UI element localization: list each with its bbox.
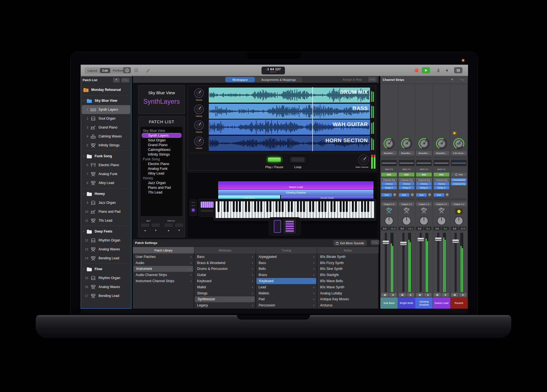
volume-readout[interactable]: -9.4 (424, 227, 431, 230)
display-set-funk-song[interactable]: Funk Song (142, 157, 181, 161)
assign-map-button[interactable]: Assign & Map (343, 78, 362, 81)
track-volume-knob[interactable] (189, 119, 209, 131)
loop-button[interactable] (289, 156, 307, 164)
keyboard-keys[interactable] (215, 201, 374, 219)
layer-band-sweet-lead[interactable]: Sweet Lead (218, 182, 373, 189)
midi-fx-slot[interactable]: MIDI FX (434, 168, 449, 171)
display-patch-analog-funk[interactable]: Analog Funk (142, 166, 181, 171)
display-patch-70s-lead[interactable]: 70s Lead (142, 190, 181, 195)
library-item-arcturus[interactable]: Arcturus (317, 302, 378, 308)
patch-row-electric-piano[interactable]: 6Electric Piano (81, 161, 131, 170)
transport-display[interactable]: ↓1 64 127 MIDI IN (261, 67, 285, 74)
library-item-audio[interactable]: Audio› (133, 260, 194, 266)
output-slot[interactable]: Output 1-2 (416, 202, 432, 206)
play-button[interactable] (422, 67, 430, 73)
patch-list-action-menu[interactable]: ⋯⌄ (121, 78, 129, 83)
library-item-arpeggiated[interactable]: Arpeggiated› (256, 254, 317, 260)
patch-row-jazz-organ[interactable]: 9Jazz Organ (81, 198, 131, 207)
library-item-percussion[interactable]: Percussion› (256, 302, 317, 308)
metronome-button[interactable] (435, 67, 442, 73)
volume-readout[interactable]: -9.1 (442, 227, 449, 230)
fader-track[interactable] (420, 233, 422, 292)
midi-fx-slot[interactable]: MIDI FX (416, 168, 432, 171)
pan-knob[interactable] (384, 216, 394, 226)
insert-slot-channel-eq[interactable]: Channel EQ (451, 182, 467, 185)
send-knob[interactable] (445, 193, 449, 197)
strip-name-plate[interactable]: Glowing Shadow (415, 297, 433, 309)
library-item-guitar[interactable]: Guitar› (194, 272, 255, 278)
add-patch-button[interactable]: + (113, 78, 120, 83)
patch-row-alloy-lead[interactable]: 8Alloy Lead (81, 178, 131, 187)
set-row-flow[interactable]: ⌄Flow (81, 265, 131, 274)
display-patch-infinity-strings[interactable]: Infinity Strings (142, 152, 181, 157)
library-item-antique-key-moves[interactable]: Antique Key Moves (317, 296, 378, 303)
solo-button[interactable]: S (442, 293, 449, 297)
patch-row-synth-layers[interactable]: 1Synth Layers (82, 105, 130, 114)
library-item-instrument-channel-strips[interactable]: Instrument Channel Strips› (133, 278, 194, 284)
track-volume-knob[interactable] (189, 103, 209, 115)
strip-name-plate[interactable]: Reverb (450, 297, 467, 309)
patch-row-rhythm-organ[interactable]: 15Rhythm Organ (81, 274, 131, 282)
preset-knob[interactable]: 79 (400, 137, 413, 150)
library-item-80s-fizzy-synth[interactable]: 80s Fizzy Synth (317, 260, 378, 266)
library-item-brass-woodwind[interactable]: Brass & Woodwind› (194, 260, 255, 266)
patch-row-rhythm-organ[interactable]: 12Rhythm Organ (81, 236, 131, 245)
midi-fx-slot[interactable]: MIDI FX (381, 168, 397, 171)
preset-knob[interactable]: 127 (453, 137, 465, 150)
output-slot[interactable]: Output 1-2 (434, 202, 449, 206)
chevron-down-icon[interactable]: ⌄ (83, 229, 86, 232)
send-knob[interactable] (428, 193, 431, 197)
patch-row-grand-piano[interactable]: 3Grand Piano (81, 123, 131, 132)
fader-cap[interactable] (435, 238, 442, 241)
pan-knob[interactable] (436, 216, 447, 226)
library-item-80s-bitrate-synth[interactable]: 80s Bitrate Synth (317, 254, 378, 260)
library-item-user-patches[interactable]: User Patches› (133, 254, 194, 260)
insert-slot-channel-eq[interactable]: Channel EQ (416, 178, 432, 182)
ps-tab-notes[interactable]: Notes (317, 247, 379, 253)
solo-button[interactable]: S (407, 293, 414, 297)
patch-row-bending-lead[interactable]: 14Bending Lead (81, 254, 131, 263)
patch-up-button[interactable] (164, 223, 173, 227)
patch-row-70s-lead[interactable]: 1170s Lead (81, 216, 131, 225)
inspector-button[interactable] (123, 67, 131, 73)
chevron-down-icon[interactable]: ⌄ (83, 154, 86, 157)
set-row-sky-blue-view[interactable]: ⌄Sky Blue View (81, 96, 131, 105)
mute-button[interactable]: M (434, 293, 441, 297)
mute-button[interactable]: M (451, 293, 458, 297)
pan-knob[interactable] (401, 216, 412, 226)
instrument-slot[interactable]: ES2 (381, 173, 397, 176)
library-item-mallet[interactable]: Mallet› (194, 284, 255, 290)
set-row-deep-feels[interactable]: ⌄Deep Feels (81, 227, 131, 236)
set-down-button-arrow[interactable]: ▼ (151, 229, 160, 232)
fader-track[interactable] (437, 233, 439, 292)
solo-button[interactable]: S (424, 293, 431, 297)
display-patch-electric-piano[interactable]: Electric Piano (142, 161, 181, 166)
expression-pedal[interactable] (284, 219, 296, 233)
insert-slot-channel-eq[interactable]: Channel EQ (381, 178, 397, 182)
concert-row[interactable]: Monday Rehearsal (81, 85, 131, 94)
mute-button[interactable]: M (381, 293, 388, 297)
channel-strips-toggle[interactable] (454, 67, 462, 73)
send-slot[interactable]: Rvb (381, 193, 392, 197)
patch-row-calming-waves[interactable]: 4Calming Waves (81, 132, 131, 141)
eq-thumbnail[interactable] (451, 160, 467, 166)
gain-readout[interactable]: 0.0 (399, 227, 406, 230)
track-waveform-1[interactable]: BASS (209, 104, 370, 119)
library-item-brass[interactable]: Brass› (256, 272, 317, 278)
library-item-bass[interactable]: Bass› (256, 260, 317, 266)
instrument-slot[interactable]: ES2 (434, 173, 449, 176)
display-set-sky-blue-view[interactable]: Sky Blue View (142, 128, 181, 133)
library-item-synthesizer[interactable]: Synthesizer› (195, 296, 255, 303)
insert-slot-delay-d[interactable]: Delay D (434, 186, 449, 189)
insert-slot-delay-d[interactable]: Delay D (399, 186, 414, 189)
preset-knob[interactable]: 79 (418, 137, 430, 150)
pan-knob[interactable] (454, 216, 464, 226)
patch-row-bending-lead[interactable]: 17Bending Lead (81, 291, 131, 300)
insert-slot-chorus[interactable]: Chorus (416, 182, 432, 185)
patch-row-piano-and-pad[interactable]: 10Piano and Pad (81, 207, 131, 216)
insert-slot-chorus[interactable]: Chorus (381, 182, 397, 185)
fader-cap[interactable] (452, 239, 459, 243)
library-item-strings[interactable]: Strings› (194, 290, 255, 296)
library-item-mallets[interactable]: Mallets› (256, 290, 317, 296)
library-item-bells[interactable]: Bells› (256, 266, 317, 272)
